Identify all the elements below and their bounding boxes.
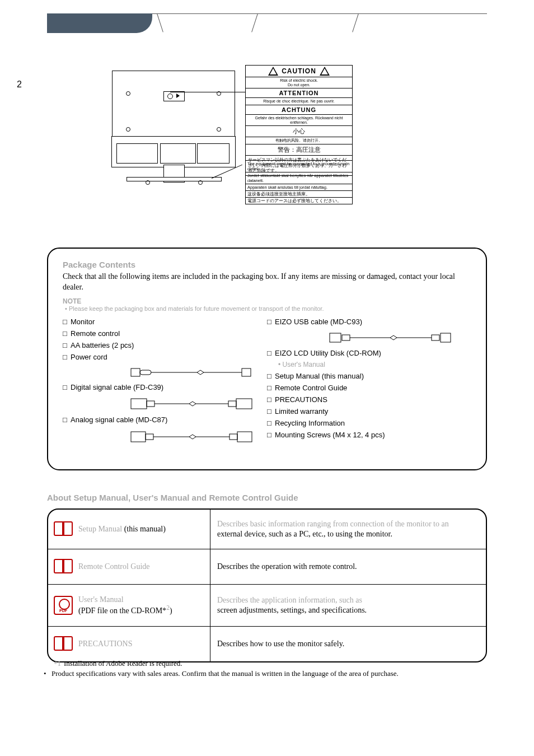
svg-rect-5 <box>131 399 147 409</box>
svg-rect-12 <box>146 434 153 440</box>
svg-rect-11 <box>131 432 146 442</box>
pkg-subitem: • User's Manual <box>278 361 325 368</box>
manual-name: User's Manual <box>78 595 124 604</box>
pkg-item: AA batteries (2 pcs) <box>71 341 134 349</box>
header-tab-strip <box>152 13 487 34</box>
svg-rect-6 <box>147 401 154 407</box>
outlet-line: 電源コードのアースは必ず接地してください。 <box>246 198 352 204</box>
svg-rect-4 <box>242 368 251 376</box>
bullet-icon: • <box>44 669 51 679</box>
pkg-item: Monitor <box>71 318 95 326</box>
svg-rect-22 <box>441 333 451 342</box>
monitor-rear-illustration <box>112 71 235 167</box>
manuals-heading: About Setup Manual, User's Manual and Re… <box>47 493 298 502</box>
pkg-item: Setup Manual (this manual) <box>275 372 364 380</box>
monitor-base <box>127 177 222 181</box>
outlet-line: 这设备必须连接至接地主插座。 <box>246 191 352 198</box>
pkg-item: PRECAUTIONS <box>275 395 327 404</box>
cn-heading: 小心 <box>246 126 352 137</box>
package-contents-title: Package Contents <box>63 260 471 269</box>
package-contents-intro: Check that all the following items are i… <box>63 272 471 293</box>
power-cord-icon <box>130 366 253 379</box>
svg-rect-15 <box>229 434 237 440</box>
svg-rect-1 <box>140 370 151 375</box>
manual-desc: external device, such as a PC, etc., to … <box>217 530 392 538</box>
pkg-item: Digital signal cable (FD-C39) <box>71 383 163 391</box>
leader-line <box>170 92 245 92</box>
manual-desc: screen adjustments, settings, and specif… <box>217 606 367 614</box>
pkg-item: Recycling Information <box>275 419 345 427</box>
manual-note: (PDF file on the CD-ROM*2) <box>78 606 172 615</box>
book-icon <box>54 521 73 537</box>
package-left-column: □Monitor □Remote control □AA batteries (… <box>63 316 267 447</box>
vga-cable-icon <box>130 430 253 444</box>
svg-rect-21 <box>432 335 439 340</box>
package-right-column: □EIZO USB cable (MD-C93) □EIZO LCD Utili… <box>267 316 471 447</box>
svg-rect-0 <box>131 368 140 376</box>
caution-sub-en: Risk of electric shock. Do not open. <box>246 77 352 88</box>
attention-sub: Risque de choc électrique. Ne pas ouvrir… <box>246 98 352 105</box>
table-row: User's Manual (PDF file on the CD-ROM*2)… <box>48 584 486 626</box>
svg-rect-10 <box>236 399 252 409</box>
outlet-line: The equipment must be connected to a gro… <box>246 161 352 172</box>
attention-heading: ATTENTION <box>246 88 352 98</box>
pkg-item: Mounting Screws (M4 x 12, 4 pcs) <box>275 431 385 439</box>
dvi-cable-icon <box>130 396 253 411</box>
manual-desc: Describes the operation with remote cont… <box>217 562 357 572</box>
usb-cable-icon <box>329 331 452 344</box>
manual-desc-gray: Describes the application information, s… <box>217 596 362 604</box>
pkg-item: Remote Control Guide <box>275 384 347 392</box>
footnote-mark: *1 <box>54 659 64 669</box>
manual-desc: Describes how to use the monitor safely. <box>217 639 344 649</box>
grounded-outlet-notice: The equipment must be connected to a gro… <box>245 160 353 204</box>
table-row: PRECAUTIONS Describes how to use the mon… <box>48 626 486 661</box>
svg-rect-17 <box>330 333 341 342</box>
outlet-line: Jordet stikkontakt skal benyttes når app… <box>246 172 352 184</box>
outlet-line: Apparaten skall anslutas till jordat nät… <box>246 184 352 191</box>
svg-rect-16 <box>237 432 252 442</box>
jp-heading: 警告：高圧注意 <box>246 144 352 156</box>
achtung-heading: ACHTUNG <box>246 105 352 115</box>
note-body: • Please keep the packaging box and mate… <box>65 305 471 312</box>
package-contents-box: Package Contents Check that all the foll… <box>47 248 487 470</box>
book-icon <box>54 559 73 575</box>
pkg-item: Remote control <box>71 329 120 338</box>
foot-dot <box>146 180 150 185</box>
svg-rect-9 <box>228 401 236 407</box>
manual-name: Setup Manual <box>78 525 122 533</box>
warning-icon <box>320 67 330 76</box>
foot-dot <box>198 180 203 185</box>
page-number: 2 <box>17 80 22 90</box>
cn-sub: 有触电的风险。请勿打开。 <box>246 137 352 144</box>
caution-label: CAUTION Risk of electric shock. Do not o… <box>245 65 353 176</box>
pkg-item: EIZO USB cable (MD-C93) <box>275 318 362 326</box>
pkg-item: Limited warranty <box>275 407 328 416</box>
pkg-item: Power cord <box>71 353 107 361</box>
footnote-text: Installation of Adobe Reader is required… <box>64 659 182 669</box>
table-row: Setup Manual (this manual) Describes bas… <box>48 510 486 549</box>
pdf-icon <box>54 596 73 615</box>
header-flag <box>47 13 152 33</box>
footnotes: *1 Installation of Adobe Reader is requi… <box>54 659 487 678</box>
manuals-table: Setup Manual (this manual) Describes bas… <box>47 508 487 662</box>
footnote-text: Product specifications vary with sales a… <box>51 669 399 679</box>
pkg-item: EIZO LCD Utility Disk (CD-ROM) <box>275 349 381 357</box>
manual-note: (this manual) <box>124 525 166 533</box>
pkg-item: Analog signal cable (MD-C87) <box>71 416 167 424</box>
safety-diagram: CAUTION Risk of electric shock. Do not o… <box>112 65 353 199</box>
book-icon <box>54 636 73 652</box>
svg-rect-18 <box>342 335 350 340</box>
note-heading: NOTE <box>63 297 471 305</box>
table-row: Remote Control Guide Describes the opera… <box>48 549 486 584</box>
manual-desc-gray: Describes basic information ranging from… <box>217 520 449 528</box>
caution-heading: CAUTION <box>282 67 316 75</box>
manual-name: Remote Control Guide <box>78 562 150 571</box>
manual-name: PRECAUTIONS <box>78 640 132 648</box>
achtung-sub: Gefahr des elektrischen schlages. Rückwa… <box>246 115 352 126</box>
shock-icon <box>268 67 278 76</box>
